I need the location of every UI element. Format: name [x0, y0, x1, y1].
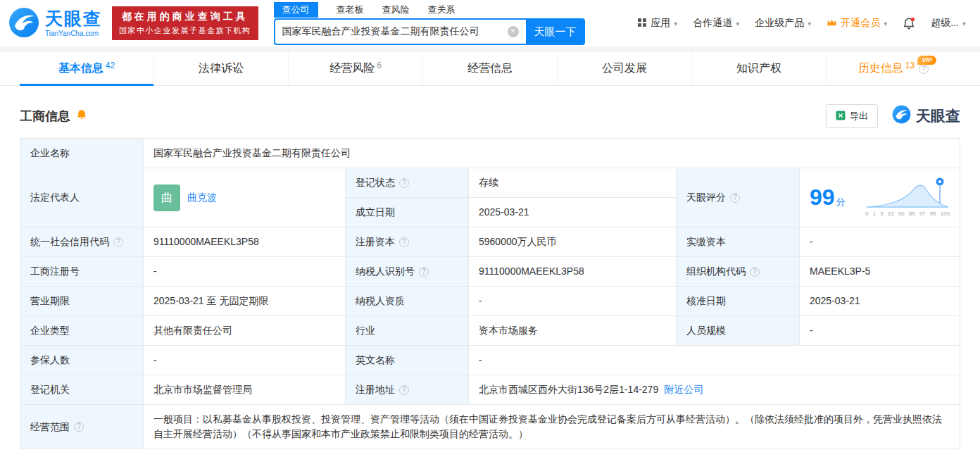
apps-grid-icon: [637, 18, 647, 30]
label-text: 成立日期: [356, 205, 395, 220]
tab-business-info[interactable]: 经营信息: [422, 52, 557, 85]
crown-icon: [827, 18, 837, 29]
legal-rep-link[interactable]: 曲克波: [187, 190, 217, 205]
field-label-taxpayer-id: 纳税人识别号?: [346, 257, 469, 287]
field-label-org-code: 组织机构代码?: [677, 257, 800, 287]
tianyancha-logo[interactable]: 天眼查 TianYanCha.com: [8, 7, 102, 40]
label-text: 注册资本: [356, 234, 395, 249]
help-icon[interactable]: ?: [399, 237, 409, 247]
field-label-reg-capital: 注册资本?: [346, 227, 469, 257]
help-icon[interactable]: ?: [750, 267, 760, 277]
label-text: 工商注册号: [30, 264, 80, 279]
tab-basic-info[interactable]: 基本信息 42: [20, 52, 153, 85]
label-text: 实缴资本: [686, 234, 726, 249]
tab-business-info-label: 经营信息: [467, 61, 513, 76]
help-icon[interactable]: ?: [419, 267, 429, 277]
help-icon[interactable]: ?: [730, 193, 740, 203]
label-text: 组织机构代码: [686, 264, 746, 279]
score-number: 99: [810, 185, 835, 210]
nav-apps[interactable]: 应用 ▾: [637, 17, 677, 30]
help-icon[interactable]: ?: [74, 422, 84, 432]
nearby-companies-link[interactable]: 附近公司: [664, 384, 703, 395]
chevron-down-icon: ▾: [808, 20, 811, 27]
label-text: 纳税人识别号: [356, 264, 415, 279]
nav-partner-channel[interactable]: 合作通道 ▾: [693, 17, 739, 30]
tab-company-development-label: 公司发展: [602, 61, 647, 76]
tab-intellectual-property-label: 知识产权: [736, 61, 781, 76]
field-label-legal-rep: 法定代表人: [20, 168, 144, 227]
monitor-bell-icon[interactable]: [76, 109, 87, 123]
reg-authority-value: 北京市市场监督管理局: [144, 375, 346, 405]
est-date-value: 2025-03-21: [469, 198, 677, 227]
legal-rep-avatar[interactable]: 曲: [153, 185, 180, 211]
top-header: 天眼查 TianYanCha.com 都在用的商业查询工具 国家中小企业发展子基…: [0, 0, 980, 46]
label-text: 登记状态: [356, 175, 395, 190]
help-icon[interactable]: ?: [399, 385, 409, 395]
business-term-value: 2025-03-21 至 无固定期限: [144, 287, 346, 316]
search-area: 查公司 查老板 查风险 查关系 × 天眼一下: [274, 1, 585, 45]
table-row: 营业期限 2025-03-21 至 无固定期限 纳税人资质 - 核准日期 202…: [20, 287, 960, 316]
section-head: 工商信息 导出: [20, 104, 960, 128]
tab-history-info[interactable]: VIP 历史信息 13 ?: [826, 52, 960, 85]
label-text: 企业类型: [30, 323, 70, 338]
search-tab-relation[interactable]: 查关系: [428, 2, 456, 18]
top-nav: 应用 ▾ 合作通道 ▾ 企业级产品 ▾ 开通会员 ▾ 超级...: [637, 17, 972, 30]
staff-size-value: -: [800, 316, 960, 346]
table-row: 统一社会信用代码? 91110000MAEEKL3P58 注册资本? 59600…: [20, 227, 960, 257]
search-tab-boss[interactable]: 查老板: [337, 2, 364, 18]
tab-operational-risk-count: 6: [377, 61, 382, 70]
paid-capital-value: -: [800, 227, 960, 257]
chevron-down-icon: ▾: [962, 20, 966, 27]
score-unit: 分: [836, 196, 846, 207]
tab-basic-info-label: 基本信息: [58, 61, 103, 76]
nav-upgrade-vip[interactable]: 开通会员 ▾: [827, 17, 887, 30]
reg-capital-value: 5960000万人民币: [469, 227, 677, 257]
taxpayer-id-value: 91110000MAEEKL3P58: [469, 257, 677, 287]
chevron-down-icon: ▾: [736, 20, 739, 27]
field-label-reg-address: 注册地址?: [346, 375, 469, 405]
reg-status-value: 存续: [469, 168, 677, 198]
english-name-value: -: [469, 346, 960, 375]
score-curve: [865, 177, 950, 209]
tab-basic-info-count: 42: [106, 61, 115, 70]
score-axis-ticks: 0131550859799100: [865, 210, 950, 218]
search-tab-risk[interactable]: 查风险: [382, 2, 410, 18]
field-label-business-scope: 经营范围?: [20, 405, 144, 449]
search-tab-company[interactable]: 查公司: [274, 2, 318, 18]
notification-bell-icon[interactable]: [903, 17, 915, 30]
tab-intellectual-property[interactable]: 知识产权: [691, 52, 826, 85]
nav-enterprise-products[interactable]: 企业级产品 ▾: [755, 17, 811, 30]
help-icon[interactable]: ?: [919, 64, 929, 74]
nav-apps-label: 应用: [651, 17, 670, 30]
brand-watermark: 天眼查: [892, 105, 960, 127]
table-row: 企业类型 其他有限责任公司 行业 资本市场服务 人员规模 -: [20, 316, 960, 346]
search-button[interactable]: 天眼一下: [526, 18, 585, 45]
insured-count-value: -: [144, 346, 346, 375]
reg-address-cell: 北京市西城区西外大街136号2层1-14-279附近公司: [469, 375, 960, 405]
table-row: 工商注册号 - 纳税人识别号? 91110000MAEEKL3P58 组织机构代…: [20, 257, 960, 287]
label-text: 人员规模: [686, 323, 726, 338]
nav-enterprise-products-label: 企业级产品: [755, 17, 804, 30]
export-button[interactable]: 导出: [826, 104, 878, 128]
industry-value: 资本市场服务: [469, 316, 677, 346]
table-row: 登记机关 北京市市场监督管理局 注册地址? 北京市西城区西外大街136号2层1-…: [20, 375, 960, 405]
field-label-paid-capital: 实缴资本: [677, 227, 800, 257]
field-label-est-date: 成立日期: [346, 198, 469, 227]
tab-history-info-count: 13: [905, 61, 915, 70]
tab-legal-proceedings[interactable]: 法律诉讼: [153, 52, 288, 85]
tab-operational-risk[interactable]: 经营风险 6: [288, 52, 422, 85]
help-icon[interactable]: ?: [399, 178, 409, 188]
user-menu[interactable]: 超级... ▾: [931, 17, 966, 30]
search-input[interactable]: [274, 18, 526, 45]
chevron-down-icon: ▾: [884, 20, 887, 27]
company-name-value: 国家军民融合产业投资基金二期有限责任公司: [144, 139, 960, 168]
field-label-english-name: 英文名称: [346, 346, 469, 375]
field-label-insured-count: 参保人数: [20, 346, 144, 375]
tab-company-development[interactable]: 公司发展: [557, 52, 691, 85]
help-icon[interactable]: ?: [113, 237, 123, 247]
promo-badge: 都在用的商业查询工具 国家中小企业发展子基金旗下机构: [112, 6, 258, 40]
field-label-industry: 行业: [346, 316, 469, 346]
logo-subtitle: TianYanCha.com: [45, 30, 102, 37]
business-info-table: 企业名称 国家军民融合产业投资基金二期有限责任公司 法定代表人 曲 曲克波 登记…: [20, 138, 960, 449]
clear-icon[interactable]: ×: [508, 26, 519, 37]
